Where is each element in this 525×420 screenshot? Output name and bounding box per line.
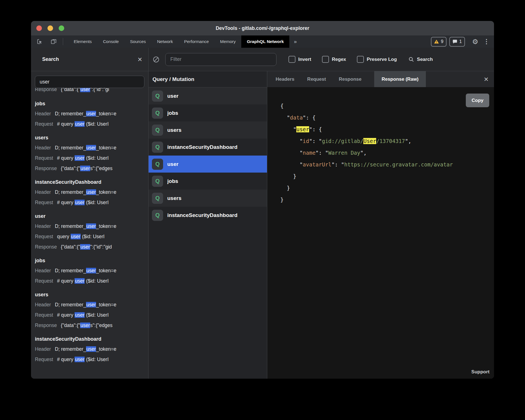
- query-row-instancesecuritydashboard[interactable]: QinstanceSecurityDashboard: [149, 139, 267, 156]
- filter-option-regex[interactable]: Regex: [322, 56, 346, 63]
- result-line[interactable]: Request# query user ($id: UserI: [35, 119, 148, 129]
- support-link[interactable]: Support: [471, 369, 490, 375]
- json-line: }: [280, 194, 494, 206]
- filter-option-invert[interactable]: Invert: [288, 56, 311, 63]
- tab-console[interactable]: Console: [97, 35, 125, 48]
- query-row-instancesecuritydashboard[interactable]: QinstanceSecurityDashboard: [149, 207, 267, 224]
- query-row-users[interactable]: Qusers: [149, 190, 267, 207]
- result-section-title[interactable]: jobs: [35, 99, 148, 109]
- desktop-background: DevTools - gitlab.com/-/graphql-explorer…: [0, 0, 525, 420]
- tab-elements[interactable]: Elements: [68, 35, 97, 48]
- query-type-badge: Q: [152, 142, 163, 153]
- result-line[interactable]: HeaderD; remember_user_token=e: [35, 143, 148, 153]
- search-input[interactable]: [35, 76, 144, 88]
- minimize-button[interactable]: [47, 25, 53, 31]
- regex-checkbox[interactable]: [322, 56, 329, 63]
- settings-gear-icon[interactable]: ⚙: [472, 38, 478, 45]
- json-token: ": {: [303, 114, 316, 121]
- messages-count: 1: [459, 39, 462, 44]
- detail-tab-headers[interactable]: Headers: [276, 71, 294, 87]
- result-line[interactable]: HeaderD; remember_user_token=e: [35, 109, 148, 119]
- result-line[interactable]: Response{"data":{"user":{"id":"gid: [35, 242, 148, 252]
- tab-performance[interactable]: Performance: [178, 35, 214, 48]
- json-token: ",: [360, 150, 367, 156]
- tab-network[interactable]: Network: [151, 35, 178, 48]
- query-row-label: jobs: [167, 178, 178, 184]
- json-line: "data": {: [280, 112, 494, 123]
- json-token: ": ": [309, 138, 322, 144]
- result-line-label: Response: [35, 244, 57, 250]
- match-highlight: user: [80, 166, 90, 171]
- result-line[interactable]: Request# query user ($id: UserI: [35, 354, 148, 365]
- result-line-label: Response: [35, 88, 57, 92]
- detail-tab-response[interactable]: Response: [339, 71, 361, 87]
- result-line[interactable]: Response{"data":{"user":{"id":"gi: [35, 88, 148, 95]
- query-row-users[interactable]: Qusers: [149, 121, 267, 139]
- query-row-user[interactable]: Quser: [149, 87, 267, 104]
- preserve-log-checkbox[interactable]: [357, 56, 364, 63]
- tab-graphql-network[interactable]: GraphQL Network: [241, 35, 289, 48]
- query-row-jobs[interactable]: Qjobs: [149, 104, 267, 121]
- result-section-title[interactable]: users: [35, 133, 148, 143]
- json-token: data: [290, 114, 303, 121]
- result-line[interactable]: Request# query user ($id: UserI: [35, 153, 148, 163]
- tab-memory[interactable]: Memory: [214, 35, 241, 48]
- result-line[interactable]: Response{"data":{"users":{"edges: [35, 163, 148, 174]
- inspect-element-icon[interactable]: [36, 38, 43, 45]
- detail-tab-response-raw[interactable]: Response (Raw): [374, 71, 426, 87]
- result-line-label: Header: [35, 223, 51, 229]
- result-line[interactable]: HeaderD; remember_user_token=e: [35, 266, 148, 276]
- kebab-menu-icon[interactable]: ⋮: [483, 39, 490, 45]
- result-line-label: Request: [35, 234, 53, 239]
- match-highlight: user: [86, 189, 96, 195]
- result-line[interactable]: Request# query user ($id: UserI: [35, 310, 148, 320]
- search-close-icon[interactable]: ×: [138, 56, 142, 63]
- result-line[interactable]: Response{"data":{"users":{"edges: [35, 320, 148, 331]
- device-toolbar-icon[interactable]: [50, 38, 57, 45]
- json-line: "name": "Warren Day",: [280, 147, 494, 159]
- search-icon: [408, 56, 414, 62]
- result-section-title[interactable]: instanceSecurityDashboard: [35, 334, 148, 344]
- devtools-tabbar: ElementsConsoleSourcesNetworkPerformance…: [31, 35, 494, 48]
- json-line: {: [280, 100, 494, 112]
- json-token: ": [280, 161, 303, 168]
- result-line[interactable]: HeaderD; remember_user_token=e: [35, 221, 148, 232]
- result-line[interactable]: HeaderD; remember_user_token=e: [35, 344, 148, 354]
- result-line[interactable]: Request# query user ($id: UserI: [35, 276, 148, 286]
- result-line[interactable]: Requestquery user ($id: UserI: [35, 232, 148, 242]
- result-section-title[interactable]: instanceSecurityDashboard: [35, 177, 148, 187]
- json-line: }: [280, 182, 494, 194]
- toolbar-search-button[interactable]: Search: [408, 56, 433, 62]
- result-section-title[interactable]: users: [35, 290, 148, 300]
- result-line[interactable]: Request# query user ($id: UserI: [35, 197, 148, 208]
- json-token: gid://gitlab/: [322, 138, 364, 144]
- filter-input[interactable]: [165, 53, 276, 66]
- json-line: "id": "gid://gitlab/User/13704317",: [280, 135, 494, 147]
- detail-tab-request[interactable]: Request: [307, 71, 326, 87]
- messages-badge[interactable]: 1: [449, 37, 465, 47]
- tab-sources[interactable]: Sources: [125, 35, 152, 48]
- more-tabs-chevron[interactable]: »: [289, 39, 301, 45]
- result-line[interactable]: HeaderD; remember_user_token=e: [35, 300, 148, 310]
- devtools-window: DevTools - gitlab.com/-/graphql-explorer…: [31, 21, 494, 379]
- search-panel: Search × Response{"data":{"user":{"id":"…: [31, 48, 149, 379]
- invert-label: Invert: [298, 57, 311, 62]
- zoom-button[interactable]: [59, 25, 64, 31]
- result-section-title[interactable]: jobs: [35, 256, 148, 266]
- query-type-badge: Q: [152, 210, 163, 221]
- clear-log-icon[interactable]: [152, 56, 160, 63]
- result-section-title[interactable]: user: [35, 211, 148, 221]
- close-button[interactable]: [36, 25, 42, 31]
- devtools-main: Search × Response{"data":{"user":{"id":"…: [31, 48, 494, 379]
- traffic-lights: [36, 21, 64, 35]
- issues-badge[interactable]: 9: [431, 37, 447, 47]
- detail-close-icon[interactable]: ×: [484, 75, 488, 83]
- json-token: ",: [405, 138, 411, 144]
- query-row-jobs[interactable]: Qjobs: [149, 173, 267, 190]
- query-row-user[interactable]: Quser: [149, 156, 267, 173]
- query-type-badge: Q: [152, 176, 163, 187]
- filter-option-preserve-log[interactable]: Preserve Log: [357, 56, 397, 63]
- result-line[interactable]: HeaderD; remember_user_token=e: [35, 187, 148, 197]
- invert-checkbox[interactable]: [288, 56, 295, 63]
- json-token: Warren Day: [328, 150, 360, 156]
